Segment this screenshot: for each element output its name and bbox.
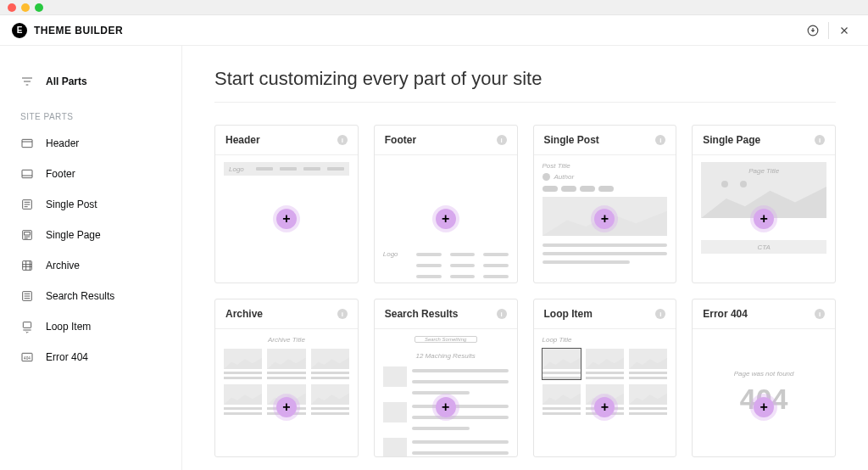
sidebar: All Parts SITE PARTS Header Footer Singl… [0, 46, 182, 470]
page-title: Start customizing every part of your sit… [214, 68, 836, 90]
add-button[interactable]: + [276, 397, 297, 417]
topbar: E THEME BUILDER [0, 15, 868, 46]
sidebar-item-search-results[interactable]: Search Results [0, 281, 181, 311]
brand: E THEME BUILDER [12, 23, 123, 38]
loop-item-icon [20, 320, 34, 333]
wf-loop-title: Loop Title [542, 336, 572, 344]
wireframe-preview: Search Something 12 Maching Results [383, 336, 509, 450]
sidebar-item-header[interactable]: Header [0, 128, 181, 159]
macos-titlebar [0, 0, 868, 15]
card-title: Single Post [544, 134, 599, 146]
card-title: Single Page [703, 134, 760, 146]
brand-title: THEME BUILDER [34, 25, 123, 36]
card-footer[interactable]: Footer i Logo + [374, 125, 518, 283]
card-error-404[interactable]: Error 404 i Page was not found 404 + [692, 299, 836, 457]
wireframe-preview: Page was not found 404 [701, 336, 826, 450]
sidebar-item-footer[interactable]: Footer [0, 159, 181, 189]
error-404-icon: 404 [20, 350, 34, 364]
card-search-results[interactable]: Search Results i Search Something 12 Mac… [374, 299, 518, 457]
sidebar-item-all-parts[interactable]: All Parts [0, 66, 181, 97]
info-icon[interactable]: i [815, 135, 825, 145]
info-icon[interactable]: i [815, 309, 825, 319]
sidebar-item-single-post[interactable]: Single Post [0, 189, 181, 220]
card-title: Search Results [385, 308, 459, 320]
sidebar-item-single-page[interactable]: Single Page [0, 220, 181, 250]
footer-icon [20, 167, 34, 181]
sidebar-item-label: All Parts [46, 76, 87, 87]
sidebar-item-label: Loop Item [46, 321, 91, 333]
search-results-icon [20, 289, 34, 303]
download-icon [807, 25, 819, 36]
close-button[interactable] [832, 19, 856, 42]
add-button[interactable]: + [436, 209, 456, 229]
sidebar-item-label: Single Page [46, 229, 101, 241]
wf-page-title: Page Title [748, 167, 779, 175]
sidebar-item-label: Single Post [46, 199, 97, 210]
info-icon[interactable]: i [497, 135, 507, 145]
wireframe-preview: Archive Title [224, 336, 349, 450]
card-archive[interactable]: Archive i Archive Title [214, 299, 359, 457]
svg-rect-1 [22, 139, 32, 147]
card-title: Header [225, 134, 260, 146]
template-grid: Header i Logo + Foot [214, 125, 836, 457]
topbar-divider [828, 22, 829, 39]
wf-search-placeholder: Search Something [425, 337, 466, 342]
add-button[interactable]: + [436, 397, 456, 417]
info-icon[interactable]: i [655, 309, 665, 319]
download-button[interactable] [801, 19, 825, 42]
sidebar-item-label: Footer [46, 168, 75, 180]
wf-author: Author [554, 173, 575, 181]
sidebar-item-archive[interactable]: Archive [0, 250, 181, 281]
svg-rect-2 [22, 170, 32, 177]
page-divider [214, 102, 836, 103]
card-single-post[interactable]: Single Post i Post Title Author + [533, 125, 677, 283]
add-button[interactable]: + [276, 209, 297, 229]
card-loop-item[interactable]: Loop Item i Loop Title [533, 299, 677, 457]
info-icon[interactable]: i [655, 135, 665, 145]
card-title: Loop Item [544, 308, 593, 320]
window-close-button[interactable] [8, 3, 16, 12]
window-zoom-button[interactable] [35, 3, 43, 12]
sidebar-item-label: Error 404 [46, 351, 88, 363]
add-button[interactable]: + [754, 209, 774, 229]
svg-text:404: 404 [24, 356, 31, 361]
sidebar-item-error-404[interactable]: 404 Error 404 [0, 342, 181, 372]
main-content: Start customizing every part of your sit… [182, 46, 868, 470]
wf-post-title: Post Title [542, 162, 668, 170]
wf-logo-label: Logo [229, 165, 244, 173]
close-icon [838, 25, 850, 36]
card-title: Footer [385, 134, 416, 146]
info-icon[interactable]: i [337, 309, 348, 319]
info-icon[interactable]: i [497, 309, 507, 319]
wf-archive-title: Archive Title [268, 336, 305, 344]
sidebar-item-label: Header [46, 137, 79, 149]
wf-logo-label: Logo [383, 250, 408, 258]
header-icon [20, 137, 34, 150]
wf-404-message: Page was not found [734, 370, 794, 378]
wf-cta: CTA [757, 243, 770, 251]
sidebar-section-label: SITE PARTS [0, 97, 181, 128]
add-button[interactable]: + [754, 397, 774, 417]
card-header[interactable]: Header i Logo + [214, 125, 359, 283]
card-title: Archive [225, 308, 263, 320]
sidebar-item-label: Search Results [46, 290, 114, 302]
svg-rect-8 [23, 322, 31, 328]
card-single-page[interactable]: Single Page i Page Title CTA + [692, 125, 836, 283]
single-post-icon [20, 198, 34, 211]
window-minimize-button[interactable] [21, 3, 30, 12]
info-icon[interactable]: i [337, 135, 348, 145]
filter-icon [20, 75, 34, 88]
brand-logo: E [12, 23, 27, 38]
archive-icon [20, 259, 34, 272]
svg-rect-5 [25, 232, 31, 235]
sidebar-item-loop-item[interactable]: Loop Item [0, 311, 181, 342]
wf-results-count: 12 Maching Results [415, 352, 475, 360]
card-title: Error 404 [703, 308, 748, 320]
single-page-icon [20, 228, 34, 242]
wireframe-preview: Loop Title [542, 336, 668, 450]
sidebar-item-label: Archive [46, 260, 80, 271]
